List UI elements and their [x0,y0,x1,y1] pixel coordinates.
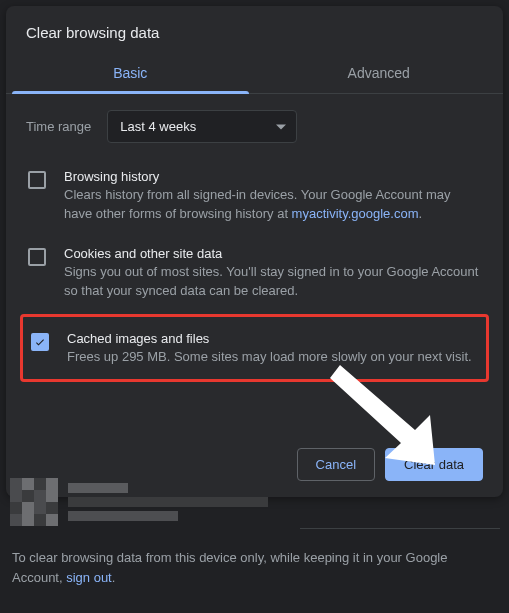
annotation-highlight: Cached images and files Frees up 295 MB.… [20,314,489,382]
option-title: Cookies and other site data [64,246,481,261]
footer-text: To clear browsing data from this device … [12,548,497,587]
option-title: Cached images and files [67,331,478,346]
checkbox-cookies[interactable] [28,248,46,266]
option-desc: Clears history from all signed-in device… [64,186,481,224]
option-cached: Cached images and files Frees up 295 MB.… [29,323,480,373]
time-range-value: Last 4 weeks [120,119,196,134]
checkbox-browsing-history[interactable] [28,171,46,189]
tab-basic[interactable]: Basic [6,53,255,93]
clear-browsing-data-dialog: Clear browsing data Basic Advanced Time … [6,6,503,497]
option-title: Browsing history [64,169,481,184]
option-desc: Frees up 295 MB. Some sites may load mor… [67,348,478,367]
time-range-row: Time range Last 4 weeks [26,110,483,143]
sign-out-link[interactable]: sign out [66,570,112,585]
time-range-select[interactable]: Last 4 weeks [107,110,297,143]
chevron-down-icon [276,124,286,129]
myactivity-link[interactable]: myactivity.google.com [292,206,419,221]
option-browsing-history: Browsing history Clears history from all… [26,161,483,238]
dialog-title: Clear browsing data [6,6,503,53]
option-desc: Signs you out of most sites. You'll stay… [64,263,481,301]
divider [300,528,500,529]
cancel-button[interactable]: Cancel [297,448,375,481]
option-cookies: Cookies and other site data Signs you ou… [26,238,483,315]
redacted-content [10,478,268,526]
tab-bar: Basic Advanced [6,53,503,94]
checkbox-cached[interactable] [31,333,49,351]
tab-advanced[interactable]: Advanced [255,53,504,93]
clear-data-button[interactable]: Clear data [385,448,483,481]
time-range-label: Time range [26,119,91,134]
